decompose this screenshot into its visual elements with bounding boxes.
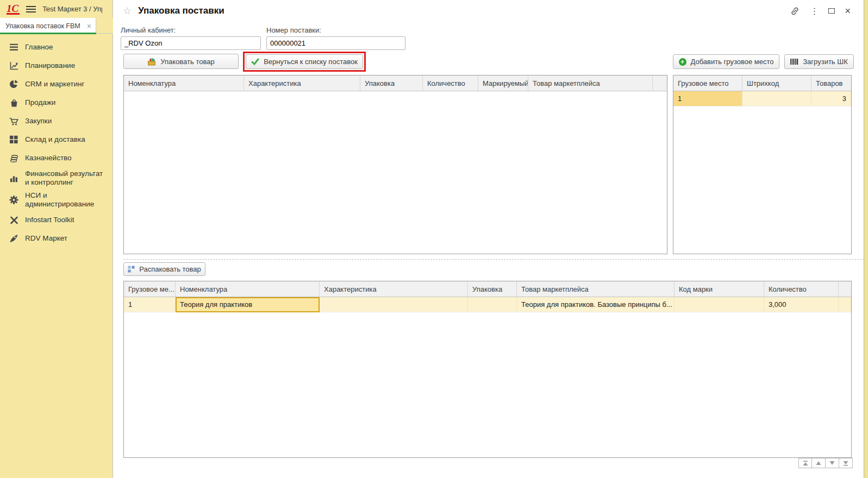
column-header[interactable]: Количество (423, 76, 478, 91)
more-menu-icon[interactable]: ⋮ (810, 5, 819, 16)
barcode-cell[interactable] (742, 91, 811, 106)
shopping-bag-icon (9, 98, 18, 108)
close-icon[interactable]: × (845, 5, 851, 16)
go-first-row-button[interactable] (798, 458, 812, 468)
load-barcode-label: Загрузить ШК (803, 58, 847, 66)
add-cargo-place-button[interactable]: + Добавить грузовое место (673, 54, 779, 69)
column-header[interactable]: Код марки (675, 281, 764, 297)
favorite-star-icon[interactable]: ☆ (123, 5, 132, 16)
characteristic-cell[interactable] (320, 297, 468, 312)
active-tab-underline (0, 33, 96, 34)
goods-count-cell[interactable]: 3 (811, 91, 851, 106)
delivery-number-label: Номер поставки: (266, 26, 321, 34)
blue-squares-icon (128, 266, 135, 273)
quantity-cell[interactable]: 3,000 (764, 297, 839, 312)
sidebar-item-rdv-market[interactable]: RDV Маркет (0, 229, 113, 248)
cargo-table-row[interactable]: 1 3 (673, 91, 851, 106)
packing-cell[interactable] (468, 297, 517, 312)
tab-close-icon[interactable]: × (85, 22, 91, 30)
panel-splitter[interactable] (123, 259, 864, 260)
sidebar-item-label: RDV Маркет (25, 234, 67, 243)
cargo-place-cell[interactable]: 1 (124, 297, 176, 312)
sidebar-menu: Главное Планирование CRM и маркетинг Про… (0, 38, 113, 248)
column-header[interactable]: Маркируемый (478, 76, 528, 91)
load-barcode-button[interactable]: Загрузить ШК (784, 54, 854, 69)
delivery-number-input[interactable] (266, 36, 405, 50)
green-check-icon (251, 58, 259, 65)
return-to-list-button[interactable]: Вернуться к списку поставок (246, 54, 363, 69)
column-header-sorted[interactable]: Грузовое ме... ↓ (124, 281, 176, 297)
packed-goods-table: Грузовое ме... ↓ Номенклатура Характерис… (123, 281, 852, 458)
mark-code-cell[interactable] (675, 297, 764, 312)
column-header[interactable]: Номенклатура (176, 281, 320, 297)
column-header[interactable]: Характеристика (244, 76, 360, 91)
nomenclature-cell-active[interactable]: Теория для практиков (176, 297, 320, 312)
sidebar-item-finance[interactable]: Финансовый результат и контроллинг (0, 167, 113, 189)
sidebar-item-infostart-toolkit[interactable]: Infostart Toolkit (0, 211, 113, 229)
go-down-row-button[interactable] (826, 458, 839, 468)
planning-icon (9, 61, 18, 71)
hamburger-menu-icon[interactable] (26, 6, 36, 12)
home-sections-icon (9, 43, 18, 52)
warehouse-grid-icon (9, 135, 18, 144)
link-icon[interactable] (790, 5, 800, 16)
cargo-table-header: Грузовое место Штрихкод Товаров (673, 76, 851, 91)
row-spacer-cell (839, 297, 851, 312)
sidebar: 1С Test Маркет 3 / Упра Упаковка поставо… (0, 0, 113, 478)
column-header-label: Грузовое ме... (128, 285, 174, 293)
sidebar-item-label: Финансовый результат и контроллинг (25, 169, 108, 187)
column-header[interactable]: Упаковка (468, 281, 517, 297)
column-header[interactable]: Грузовое место (673, 76, 742, 91)
column-header-spacer (839, 281, 851, 297)
app-title: Test Маркет 3 / Упра (42, 5, 102, 13)
column-header[interactable]: Номенклатура (124, 76, 244, 91)
tab-label: Упаковка поставок FBM (5, 22, 80, 30)
return-to-list-label: Вернуться к списку поставок (264, 58, 358, 66)
column-header[interactable]: Упаковка (360, 76, 423, 91)
column-header[interactable]: Штрихкод (742, 76, 811, 91)
sidebar-item-label: НСИ и администрирование (25, 191, 108, 209)
products-table-header: Номенклатура Характеристика Упаковка Кол… (124, 76, 667, 91)
sidebar-item-administration[interactable]: НСИ и администрирование (0, 189, 113, 211)
column-header[interactable]: Товаров (811, 76, 851, 91)
cabinet-input[interactable] (121, 36, 261, 50)
tab-packing-fbm[interactable]: Упаковка поставок FBM × (0, 18, 96, 34)
column-header[interactable]: Товар маркетплейса (528, 76, 653, 91)
go-up-row-button[interactable] (812, 458, 826, 468)
column-header[interactable]: Характеристика (320, 281, 468, 297)
barcode-icon (790, 58, 798, 65)
sidebar-item-sales[interactable]: Продажи (0, 93, 113, 112)
column-header-spacer (653, 76, 667, 91)
cargo-place-cell[interactable]: 1 (673, 91, 742, 106)
sidebar-item-crm[interactable]: CRM и маркетинг (0, 75, 113, 93)
unpack-product-label: Распаковать товар (139, 265, 201, 273)
top-bar: 1С Test Маркет 3 / Упра (0, 0, 113, 18)
column-header[interactable]: Товар маркетплейса (517, 281, 675, 297)
packed-table-header: Грузовое ме... ↓ Номенклатура Характерис… (124, 281, 851, 297)
maximize-icon[interactable] (828, 5, 835, 16)
1c-logo-icon: 1С (7, 4, 20, 15)
sidebar-item-label: Казначейство (25, 154, 72, 162)
shopping-cart-icon (9, 117, 18, 126)
rocket-icon (9, 234, 18, 243)
sidebar-item-label: CRM и маркетинг (25, 80, 84, 89)
sidebar-item-label: Планирование (25, 61, 75, 70)
products-table: Номенклатура Характеристика Упаковка Кол… (123, 75, 667, 254)
sidebar-item-planning[interactable]: Планирование (0, 56, 113, 75)
pack-product-button[interactable]: Упаковать товар (123, 54, 239, 69)
sidebar-item-label: Продажи (25, 98, 55, 107)
packed-table-row[interactable]: 1 Теория для практиков Теория для практи… (124, 297, 851, 312)
sidebar-item-main[interactable]: Главное (0, 38, 113, 56)
column-header[interactable]: Количество (764, 281, 839, 297)
sidebar-item-warehouse[interactable]: Склад и доставка (0, 130, 113, 149)
sidebar-item-label: Infostart Toolkit (25, 216, 74, 224)
bar-chart-icon (9, 174, 18, 183)
unpack-product-button[interactable]: Распаковать товар (123, 262, 205, 276)
sidebar-item-purchases[interactable]: Закупки (0, 112, 113, 130)
pack-product-label: Упаковать товар (160, 58, 214, 66)
marketplace-product-cell[interactable]: Теория для практиков. Базовые принципы б… (517, 297, 675, 312)
sidebar-item-treasury[interactable]: Казначейство (0, 149, 113, 167)
go-last-row-button[interactable] (839, 458, 853, 468)
pie-chart-icon (9, 80, 18, 89)
sidebar-item-label: Закупки (25, 117, 52, 125)
